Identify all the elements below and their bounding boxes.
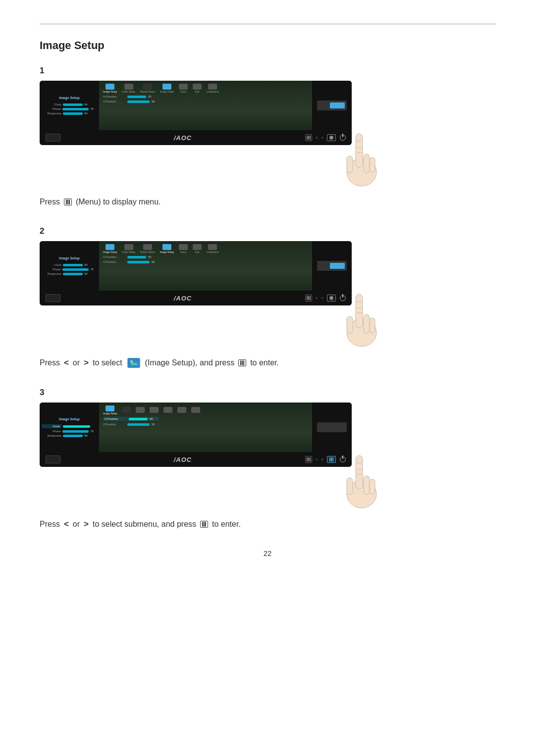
page-content: Image Setup 1 Image Setup Clock 54 bbox=[0, 24, 535, 597]
step-2-bar-1 bbox=[63, 264, 83, 266]
greater-than-icon-3: > bbox=[84, 519, 89, 529]
image-setup-icon bbox=[127, 358, 140, 368]
step-2-content-val-2: 56 bbox=[152, 260, 159, 263]
step-3-bar-1 bbox=[63, 425, 90, 428]
step-3-or-text: or bbox=[73, 520, 80, 529]
step-1-bar-2 bbox=[62, 108, 89, 110]
step-1-aoc-logo: /AOC bbox=[174, 134, 192, 142]
step-1-ctrl-select bbox=[327, 134, 336, 141]
step-2-image-setup-label: (Image Setup), and press bbox=[145, 358, 235, 367]
step-1-row-2: Phase 75 bbox=[42, 107, 97, 110]
step-1-monitor: Image Setup Clock 54 Phase 75 Sharp bbox=[40, 81, 352, 145]
step-2-tab-icon-6 bbox=[193, 244, 202, 250]
step-3-logo-area bbox=[46, 455, 60, 463]
step-2-instruction: Press < or > to select (Image Setup), an… bbox=[40, 358, 495, 368]
step-1-content-bar-1 bbox=[127, 96, 146, 98]
step-2-aoc-logo: /AOC bbox=[174, 295, 192, 302]
step-2-content-bar-1 bbox=[127, 256, 146, 258]
step-3-sel-bar2 bbox=[331, 457, 332, 461]
step-1-tab-extra: Extra bbox=[179, 84, 188, 93]
step-3-tab-6 bbox=[177, 407, 186, 413]
menu-icon-step3 bbox=[200, 521, 208, 528]
step-3-left-strip: Image Setup Clock Phase 75 Sharpness bbox=[40, 403, 99, 452]
svg-point-18 bbox=[130, 360, 132, 363]
step-1-hand-svg bbox=[337, 120, 386, 190]
menu-bar-1 bbox=[66, 200, 67, 204]
step-1-tab-label-3: Picture Reset bbox=[140, 90, 155, 93]
step-2-left-strip: Image Setup Clock 54 Phase 75 Sharp bbox=[40, 241, 99, 291]
step-1-press-text: Press bbox=[40, 198, 60, 206]
menu-bar-2 bbox=[67, 200, 68, 204]
step-3-menu-area: Image Setup bbox=[99, 403, 312, 452]
step-1-status-bar bbox=[317, 101, 347, 110]
step-2-tab-label-5: Extra bbox=[180, 251, 186, 253]
step-3-submenu-text: to select submenu, and press bbox=[93, 520, 196, 529]
step-2-val-1: 54 bbox=[84, 263, 91, 266]
step-3-content-val-2: 56 bbox=[152, 423, 159, 426]
less-than-icon-3: < bbox=[64, 519, 69, 529]
svg-rect-13 bbox=[370, 318, 375, 333]
step-3-ctrl-bar3 bbox=[310, 457, 311, 461]
step-3-ctrl-bar1 bbox=[307, 457, 308, 461]
step-1-menu-area: Image Setup Color Setup Picture Reset bbox=[99, 81, 312, 130]
step-1-tab-label-2: Color Setup bbox=[122, 90, 135, 93]
step-2-tab-3: Picture Reset bbox=[140, 244, 155, 253]
page-number: 22 bbox=[40, 549, 495, 557]
step-1-brand-left: Image Setup bbox=[59, 96, 80, 100]
step-3-val-3: 58 bbox=[84, 434, 91, 437]
step-3-tab-icon-1 bbox=[106, 405, 114, 411]
step-1-monitor-bottom: /AOC ‹ › bbox=[40, 130, 352, 145]
step-3-number: 3 bbox=[40, 388, 495, 398]
svg-rect-11 bbox=[364, 314, 370, 333]
step-1-tab-icon-1 bbox=[106, 84, 114, 90]
step-3-hand-svg bbox=[337, 442, 386, 511]
step-3-content-row-2: V.Position 56 bbox=[103, 423, 159, 426]
step-3-label-2: Phase bbox=[42, 430, 61, 433]
step-3-hand bbox=[337, 442, 386, 511]
step-1-tab-luminance: Luminance bbox=[207, 84, 218, 93]
step-2-bottom-left bbox=[46, 294, 60, 302]
step-3-monitor-bottom: /AOC ‹ › bbox=[40, 452, 352, 467]
step-3-instruction: Press < or > to select submenu, and pres… bbox=[40, 519, 495, 529]
step-3-label-3: Sharpness bbox=[42, 434, 61, 437]
step-2-content-bar-2 bbox=[127, 261, 150, 263]
step-1-tab-label-5: Extra bbox=[180, 90, 186, 93]
svg-rect-24 bbox=[370, 479, 375, 494]
step-2-label-2: Phase bbox=[42, 268, 61, 271]
step-1-ctrl-right: › bbox=[321, 136, 323, 140]
step-2-monitor-block: Image Setup Clock 54 Phase 75 Sharp bbox=[40, 241, 396, 350]
step-1-ctrl-menu bbox=[305, 134, 312, 141]
step-2-ctrl-bar2 bbox=[308, 296, 309, 300]
step-1-bar-1 bbox=[63, 103, 83, 106]
step-2-row-1: Clock 54 bbox=[42, 263, 97, 266]
step-3-screen: Image Setup Clock Phase 75 Sharpness bbox=[40, 403, 352, 452]
step-1-row-1: Clock 54 bbox=[42, 103, 97, 106]
step-3-content-bar-2 bbox=[127, 423, 150, 426]
step-2-tab-label-1: Image Setup bbox=[103, 251, 117, 253]
step-3-sel-bar1 bbox=[329, 457, 330, 461]
step-1-row-3: Sharpness 54 bbox=[42, 112, 97, 115]
step-1-val-1: 54 bbox=[84, 103, 91, 106]
step-1-tab-picturereset: Picture Reset bbox=[140, 84, 155, 93]
step-3-ctrl-right: › bbox=[321, 457, 323, 462]
step-2-tab-icon-3 bbox=[143, 244, 152, 250]
step-2-tab-5: Extra bbox=[179, 244, 188, 253]
step-1-instruction: Press (Menu) to display menu. bbox=[40, 198, 495, 206]
step-3-row-1: Clock bbox=[42, 424, 97, 428]
step-2-tab-label-4: Image Setup bbox=[160, 251, 174, 253]
step-3-ctrl-bar2 bbox=[308, 457, 309, 461]
step-1-menu-tabs: Image Setup Color Setup Picture Reset bbox=[103, 84, 308, 93]
step-3-tab-icon-2 bbox=[122, 407, 131, 413]
step-3-content-label-2: V.Position bbox=[103, 423, 125, 426]
step2-menu-bar-2 bbox=[242, 360, 243, 365]
step-1-left-strip: Image Setup Clock 54 Phase 75 Sharp bbox=[40, 81, 99, 130]
step-3-press-text: Press bbox=[40, 520, 60, 529]
step-1-label-3: Sharpness bbox=[42, 112, 61, 115]
step-3-content-val-1: 50 bbox=[150, 417, 157, 420]
svg-rect-12 bbox=[347, 316, 353, 333]
step-3-bar-2 bbox=[62, 430, 89, 433]
step-2-or-text: or bbox=[73, 358, 80, 367]
menu-icon-step2 bbox=[238, 359, 246, 366]
step-1-tab-icon-4 bbox=[162, 84, 171, 90]
step-1-monitor-block: Image Setup Clock 54 Phase 75 Sharp bbox=[40, 81, 396, 190]
